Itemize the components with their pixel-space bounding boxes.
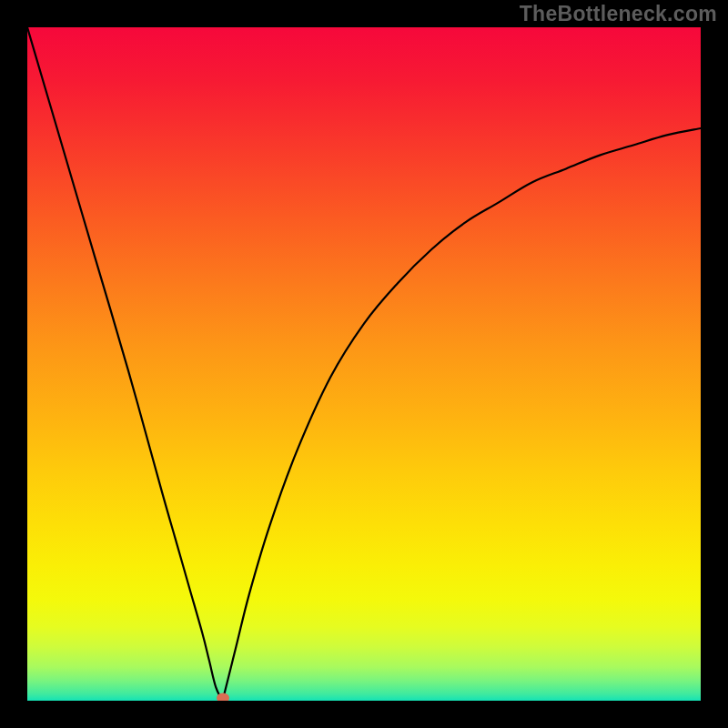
plot-area: [27, 27, 701, 701]
chart-container: TheBottleneck.com: [0, 0, 728, 728]
curve-left-branch: [27, 27, 223, 701]
minimum-marker-dot: [217, 693, 229, 702]
watermark-text: TheBottleneck.com: [520, 2, 717, 26]
curve-right-branch: [223, 128, 701, 701]
bottleneck-curve: [27, 27, 701, 701]
